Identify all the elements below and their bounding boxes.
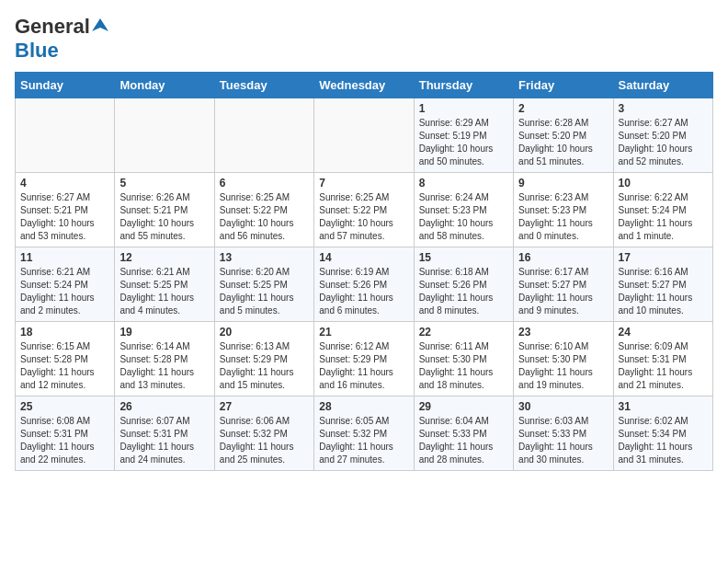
day-number: 6	[220, 177, 309, 190]
calendar-cell: 27Sunrise: 6:06 AMSunset: 5:32 PMDayligh…	[214, 396, 313, 471]
calendar-week-row: 25Sunrise: 6:08 AMSunset: 5:31 PMDayligh…	[16, 396, 713, 471]
calendar-week-row: 11Sunrise: 6:21 AMSunset: 5:24 PMDayligh…	[16, 247, 713, 322]
calendar-cell: 14Sunrise: 6:19 AMSunset: 5:26 PMDayligh…	[314, 247, 414, 322]
day-info: Sunrise: 6:21 AMSunset: 5:25 PMDaylight:…	[119, 266, 209, 317]
day-number: 27	[220, 400, 309, 413]
day-info: Sunrise: 6:09 AMSunset: 5:31 PMDaylight:…	[619, 340, 708, 392]
day-number: 23	[518, 326, 608, 339]
calendar-cell: 19Sunrise: 6:14 AMSunset: 5:28 PMDayligh…	[115, 322, 214, 396]
day-number: 20	[220, 326, 309, 339]
day-number: 19	[119, 326, 209, 339]
calendar-cell: 17Sunrise: 6:16 AMSunset: 5:27 PMDayligh…	[613, 247, 712, 322]
day-info: Sunrise: 6:21 AMSunset: 5:24 PMDaylight:…	[20, 266, 109, 317]
day-number: 8	[419, 177, 508, 190]
day-number: 28	[319, 400, 408, 413]
day-number: 21	[319, 326, 408, 339]
day-info: Sunrise: 6:25 AMSunset: 5:22 PMDaylight:…	[220, 191, 309, 243]
day-number: 11	[20, 251, 109, 264]
calendar-cell: 29Sunrise: 6:04 AMSunset: 5:33 PMDayligh…	[414, 396, 513, 471]
day-info: Sunrise: 6:04 AMSunset: 5:33 PMDaylight:…	[419, 415, 508, 466]
calendar-cell: 11Sunrise: 6:21 AMSunset: 5:24 PMDayligh…	[16, 247, 115, 322]
calendar-cell: 30Sunrise: 6:03 AMSunset: 5:33 PMDayligh…	[514, 396, 613, 471]
weekday-header-row: SundayMondayTuesdayWednesdayThursdayFrid…	[16, 73, 713, 98]
logo-blue-text: Blue	[15, 39, 59, 62]
day-number: 7	[319, 177, 408, 190]
calendar-cell: 31Sunrise: 6:02 AMSunset: 5:34 PMDayligh…	[613, 396, 712, 471]
weekday-header-thursday: Thursday	[414, 73, 513, 98]
day-number: 16	[518, 251, 608, 264]
calendar-cell	[16, 98, 115, 173]
day-number: 22	[419, 326, 508, 339]
calendar-cell: 28Sunrise: 6:05 AMSunset: 5:32 PMDayligh…	[314, 396, 414, 471]
day-info: Sunrise: 6:07 AMSunset: 5:31 PMDaylight:…	[119, 415, 209, 466]
logo: General Blue	[15, 15, 108, 63]
day-number: 24	[619, 326, 708, 339]
day-number: 10	[619, 177, 708, 190]
calendar-cell	[115, 98, 214, 173]
calendar-cell: 25Sunrise: 6:08 AMSunset: 5:31 PMDayligh…	[16, 396, 115, 471]
calendar-cell: 6Sunrise: 6:25 AMSunset: 5:22 PMDaylight…	[214, 173, 313, 247]
day-info: Sunrise: 6:06 AMSunset: 5:32 PMDaylight:…	[220, 415, 309, 466]
day-info: Sunrise: 6:16 AMSunset: 5:27 PMDaylight:…	[619, 266, 708, 317]
calendar-cell: 26Sunrise: 6:07 AMSunset: 5:31 PMDayligh…	[115, 396, 214, 471]
day-number: 2	[518, 102, 608, 115]
day-info: Sunrise: 6:14 AMSunset: 5:28 PMDaylight:…	[119, 340, 209, 392]
day-info: Sunrise: 6:19 AMSunset: 5:26 PMDaylight:…	[319, 266, 408, 317]
day-info: Sunrise: 6:18 AMSunset: 5:26 PMDaylight:…	[419, 266, 508, 317]
day-info: Sunrise: 6:13 AMSunset: 5:29 PMDaylight:…	[220, 340, 309, 392]
day-number: 1	[419, 102, 508, 115]
calendar-cell: 21Sunrise: 6:12 AMSunset: 5:29 PMDayligh…	[314, 322, 414, 396]
day-info: Sunrise: 6:17 AMSunset: 5:27 PMDaylight:…	[518, 266, 608, 317]
calendar-table: SundayMondayTuesdayWednesdayThursdayFrid…	[15, 72, 713, 471]
day-number: 4	[20, 177, 109, 190]
weekday-header-monday: Monday	[115, 73, 214, 98]
day-info: Sunrise: 6:29 AMSunset: 5:19 PMDaylight:…	[419, 117, 508, 168]
day-info: Sunrise: 6:08 AMSunset: 5:31 PMDaylight:…	[20, 415, 109, 466]
day-info: Sunrise: 6:02 AMSunset: 5:34 PMDaylight:…	[619, 415, 708, 466]
calendar-cell: 18Sunrise: 6:15 AMSunset: 5:28 PMDayligh…	[16, 322, 115, 396]
calendar-cell: 1Sunrise: 6:29 AMSunset: 5:19 PMDaylight…	[414, 98, 513, 173]
day-number: 31	[619, 400, 708, 413]
calendar-cell: 16Sunrise: 6:17 AMSunset: 5:27 PMDayligh…	[514, 247, 613, 322]
calendar-cell: 4Sunrise: 6:27 AMSunset: 5:21 PMDaylight…	[16, 173, 115, 247]
calendar-cell: 23Sunrise: 6:10 AMSunset: 5:30 PMDayligh…	[514, 322, 613, 396]
calendar-cell: 8Sunrise: 6:24 AMSunset: 5:23 PMDaylight…	[414, 173, 513, 247]
day-number: 18	[20, 326, 109, 339]
day-info: Sunrise: 6:12 AMSunset: 5:29 PMDaylight:…	[319, 340, 408, 392]
day-number: 15	[419, 251, 508, 264]
weekday-header-friday: Friday	[514, 73, 613, 98]
day-info: Sunrise: 6:03 AMSunset: 5:33 PMDaylight:…	[518, 415, 608, 466]
day-info: Sunrise: 6:27 AMSunset: 5:21 PMDaylight:…	[20, 191, 109, 243]
day-number: 3	[619, 102, 708, 115]
logo-general-text: General	[15, 15, 90, 39]
day-info: Sunrise: 6:11 AMSunset: 5:30 PMDaylight:…	[419, 340, 508, 392]
calendar-cell: 24Sunrise: 6:09 AMSunset: 5:31 PMDayligh…	[613, 322, 712, 396]
day-info: Sunrise: 6:27 AMSunset: 5:20 PMDaylight:…	[619, 117, 708, 168]
page-header: General Blue	[15, 15, 713, 63]
day-info: Sunrise: 6:26 AMSunset: 5:21 PMDaylight:…	[119, 191, 209, 243]
day-number: 14	[319, 251, 408, 264]
calendar-cell: 12Sunrise: 6:21 AMSunset: 5:25 PMDayligh…	[115, 247, 214, 322]
calendar-cell	[314, 98, 414, 173]
weekday-header-tuesday: Tuesday	[214, 73, 313, 98]
calendar-cell: 13Sunrise: 6:20 AMSunset: 5:25 PMDayligh…	[214, 247, 313, 322]
calendar-cell: 20Sunrise: 6:13 AMSunset: 5:29 PMDayligh…	[214, 322, 313, 396]
day-number: 5	[119, 177, 209, 190]
day-info: Sunrise: 6:25 AMSunset: 5:22 PMDaylight:…	[319, 191, 408, 243]
calendar-cell: 10Sunrise: 6:22 AMSunset: 5:24 PMDayligh…	[613, 173, 712, 247]
calendar-week-row: 1Sunrise: 6:29 AMSunset: 5:19 PMDaylight…	[16, 98, 713, 173]
calendar-cell: 7Sunrise: 6:25 AMSunset: 5:22 PMDaylight…	[314, 173, 414, 247]
day-number: 12	[119, 251, 209, 264]
day-info: Sunrise: 6:28 AMSunset: 5:20 PMDaylight:…	[518, 117, 608, 168]
day-info: Sunrise: 6:24 AMSunset: 5:23 PMDaylight:…	[419, 191, 508, 243]
day-info: Sunrise: 6:20 AMSunset: 5:25 PMDaylight:…	[220, 266, 309, 317]
day-number: 13	[220, 251, 309, 264]
logo-bird-icon	[92, 17, 108, 33]
calendar-week-row: 4Sunrise: 6:27 AMSunset: 5:21 PMDaylight…	[16, 173, 713, 247]
day-info: Sunrise: 6:10 AMSunset: 5:30 PMDaylight:…	[518, 340, 608, 392]
calendar-cell: 2Sunrise: 6:28 AMSunset: 5:20 PMDaylight…	[514, 98, 613, 173]
day-number: 26	[119, 400, 209, 413]
weekday-header-wednesday: Wednesday	[314, 73, 414, 98]
day-info: Sunrise: 6:22 AMSunset: 5:24 PMDaylight:…	[619, 191, 708, 243]
day-info: Sunrise: 6:23 AMSunset: 5:23 PMDaylight:…	[518, 191, 608, 243]
